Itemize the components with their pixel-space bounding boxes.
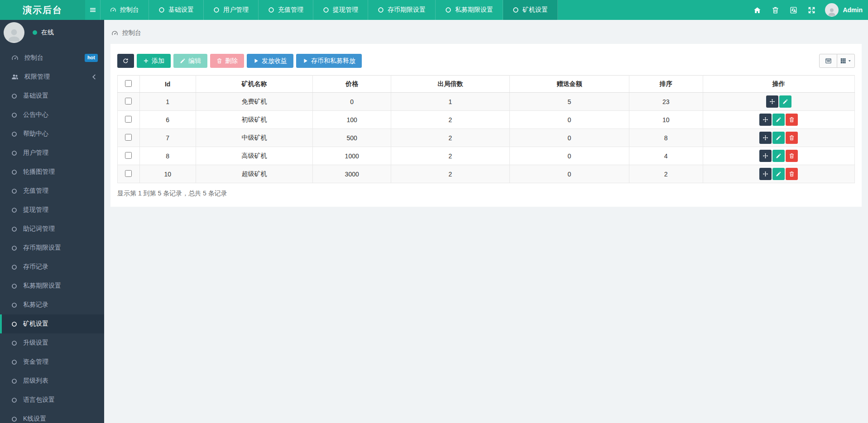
cell-miner-name: 初级矿机 bbox=[196, 111, 313, 129]
sidebar-item-recharge[interactable]: 充值管理 bbox=[0, 181, 104, 200]
nav-tab-basic[interactable]: 基础设置 bbox=[149, 0, 204, 20]
fullscreen-button[interactable] bbox=[802, 0, 820, 20]
grant-income-button[interactable]: 发放收益 bbox=[247, 54, 293, 68]
row-checkbox[interactable] bbox=[125, 134, 132, 141]
column-view-button[interactable] bbox=[837, 54, 855, 68]
sidebar-item-mnemonic[interactable]: 助记词管理 bbox=[0, 219, 104, 238]
table-row: 7中级矿机500208 bbox=[118, 129, 855, 147]
cell-actions bbox=[703, 93, 854, 111]
sidebar-item-kline[interactable]: K线设置 bbox=[0, 409, 104, 423]
sidebar-item-miner-settings[interactable]: 矿机设置 bbox=[0, 314, 104, 333]
sidebar-item-label: 轮播图管理 bbox=[23, 168, 55, 176]
pencil-icon bbox=[180, 58, 186, 64]
row-checkbox[interactable] bbox=[125, 152, 132, 159]
person-icon bbox=[6, 27, 22, 43]
edit-row-button[interactable] bbox=[772, 132, 785, 144]
sidebar-item-withdrawal[interactable]: 提现管理 bbox=[0, 200, 104, 219]
edit-row-button[interactable] bbox=[779, 95, 791, 108]
translate-button[interactable] bbox=[784, 0, 802, 20]
cell-miner-name: 免费矿机 bbox=[196, 93, 313, 111]
pencil-icon bbox=[776, 171, 782, 177]
pencil-icon bbox=[782, 99, 788, 105]
circle-icon bbox=[445, 7, 451, 13]
cell-out-multiple: 1 bbox=[391, 93, 509, 111]
sidebar-item-label: 用户管理 bbox=[23, 149, 48, 157]
home-icon bbox=[753, 6, 761, 14]
sidebar-toggle-button[interactable] bbox=[85, 0, 101, 20]
sidebar: 在线 控制台hot权限管理基础设置公告中心帮助中心用户管理轮播图管理充值管理提现… bbox=[0, 20, 104, 423]
edit-row-button[interactable] bbox=[772, 168, 785, 180]
sidebar-item-basic-settings[interactable]: 基础设置 bbox=[0, 86, 104, 105]
circle-icon bbox=[11, 321, 17, 327]
move-row-button[interactable] bbox=[759, 132, 772, 144]
sidebar-item-label: 层级列表 bbox=[23, 377, 48, 385]
cell-sort: 2 bbox=[629, 165, 703, 183]
edit-row-button[interactable] bbox=[772, 114, 785, 126]
sidebar-item-label: 帮助中心 bbox=[23, 130, 48, 138]
refresh-icon bbox=[123, 58, 129, 64]
sidebar-item-language-pack[interactable]: 语言包设置 bbox=[0, 390, 104, 409]
move-row-button[interactable] bbox=[759, 114, 772, 126]
nav-tab-private-term[interactable]: 私募期限设置 bbox=[436, 0, 503, 20]
user-menu[interactable]: Admin bbox=[820, 3, 863, 17]
sidebar-item-label: 存币记录 bbox=[23, 263, 48, 271]
sidebar-item-levels[interactable]: 层级列表 bbox=[0, 371, 104, 390]
trash-button[interactable] bbox=[766, 0, 784, 20]
delete-row-button[interactable] bbox=[786, 168, 798, 180]
pencil-icon bbox=[776, 153, 782, 159]
nav-tab-recharge[interactable]: 充值管理 bbox=[259, 0, 313, 20]
move-row-button[interactable] bbox=[759, 168, 772, 180]
row-checkbox[interactable] bbox=[125, 170, 132, 177]
cell-price: 0 bbox=[313, 93, 391, 111]
move-row-button[interactable] bbox=[766, 95, 778, 108]
nav-tab-users[interactable]: 用户管理 bbox=[204, 0, 259, 20]
online-status: 在线 bbox=[33, 29, 54, 37]
nav-tab-withdraw[interactable]: 提现管理 bbox=[313, 0, 368, 20]
cell-id: 1 bbox=[139, 93, 196, 111]
circle-icon bbox=[11, 207, 17, 213]
trash-icon bbox=[789, 153, 795, 159]
cell-miner-name: 超级矿机 bbox=[196, 165, 313, 183]
move-row-button[interactable] bbox=[759, 150, 772, 162]
refresh-button[interactable] bbox=[117, 54, 134, 68]
cell-out-multiple: 2 bbox=[391, 165, 509, 183]
home-button[interactable] bbox=[748, 0, 766, 20]
sidebar-item-deposit-records[interactable]: 存币记录 bbox=[0, 257, 104, 276]
nav-tab-miner[interactable]: 矿机设置 bbox=[503, 0, 558, 20]
cell-price: 1000 bbox=[313, 147, 391, 165]
nav-tab-console[interactable]: 控制台 bbox=[101, 0, 149, 20]
avatar[interactable] bbox=[4, 22, 24, 43]
sidebar-item-help-center[interactable]: 帮助中心 bbox=[0, 124, 104, 143]
sidebar-item-funds[interactable]: 资金管理 bbox=[0, 352, 104, 371]
nav-tab-deposit-term[interactable]: 存币期限设置 bbox=[368, 0, 436, 20]
brand-logo: 演示后台 bbox=[0, 0, 85, 20]
sidebar-item-private-term[interactable]: 私募期限设置 bbox=[0, 276, 104, 295]
nav-tab-label: 用户管理 bbox=[223, 6, 249, 14]
delete-row-button[interactable] bbox=[786, 132, 798, 144]
sidebar-item-carousel[interactable]: 轮播图管理 bbox=[0, 162, 104, 181]
sidebar-item-user-management[interactable]: 用户管理 bbox=[0, 143, 104, 162]
sidebar-item-upgrade[interactable]: 升级设置 bbox=[0, 333, 104, 352]
table-row: 6初级矿机1002010 bbox=[118, 111, 855, 129]
row-checkbox[interactable] bbox=[125, 98, 132, 105]
release-button[interactable]: 存币和私募释放 bbox=[296, 54, 362, 68]
sidebar-item-permissions[interactable]: 权限管理 bbox=[0, 67, 104, 86]
nav-tab-label: 矿机设置 bbox=[523, 6, 548, 14]
cell-id: 7 bbox=[139, 129, 196, 147]
delete-row-button[interactable] bbox=[786, 114, 798, 126]
sidebar-item-private-records[interactable]: 私募记录 bbox=[0, 295, 104, 314]
cell-miner-name: 中级矿机 bbox=[196, 129, 313, 147]
row-checkbox[interactable] bbox=[125, 116, 132, 123]
sidebar-item-announcements[interactable]: 公告中心 bbox=[0, 105, 104, 124]
edit-row-button[interactable] bbox=[772, 150, 785, 162]
play-icon bbox=[253, 58, 259, 64]
detail-view-button[interactable] bbox=[819, 54, 837, 68]
sidebar-item-deposit-term[interactable]: 存币期限设置 bbox=[0, 238, 104, 257]
add-button[interactable]: 添加 bbox=[137, 54, 171, 68]
select-all-checkbox[interactable] bbox=[125, 80, 132, 87]
sidebar-item-console[interactable]: 控制台hot bbox=[0, 48, 104, 67]
delete-row-button[interactable] bbox=[786, 150, 798, 162]
cell-out-multiple: 2 bbox=[391, 111, 509, 129]
nav-tab-label: 充值管理 bbox=[278, 6, 303, 14]
cell-id: 10 bbox=[139, 165, 196, 183]
